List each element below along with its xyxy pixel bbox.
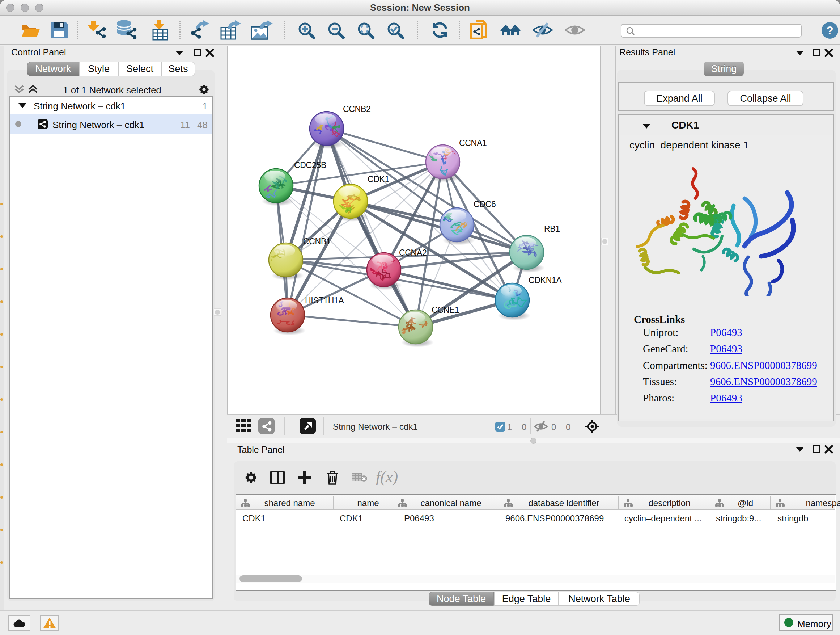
svg-text:CDC6: CDC6 <box>474 200 496 209</box>
svg-text:CDKN1A: CDKN1A <box>529 276 562 285</box>
svg-text:CDK1: CDK1 <box>368 174 389 184</box>
svg-text:RB1: RB1 <box>544 224 560 233</box>
svg-text:CCNA2: CCNA2 <box>399 248 426 257</box>
svg-text:CDC25B: CDC25B <box>294 160 326 170</box>
svg-text:CCNE1: CCNE1 <box>431 305 459 315</box>
svg-text:CCNB2: CCNB2 <box>343 104 370 114</box>
svg-text:CCNA1: CCNA1 <box>459 138 486 148</box>
svg-text:HIST1H1A: HIST1H1A <box>305 296 344 305</box>
svg-text:CCNB1: CCNB1 <box>303 237 331 246</box>
